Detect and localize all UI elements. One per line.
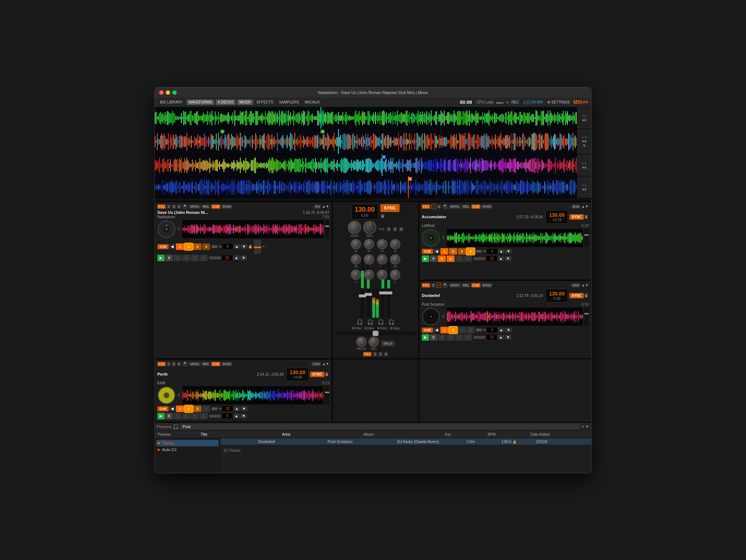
- deck1-hotcue-3[interactable]: 3: [193, 243, 201, 250]
- deck4-hotcue-8[interactable]: 8: [464, 334, 472, 341]
- mixer-bal-knob[interactable]: [363, 221, 376, 234]
- mixer-ch2-high-knob[interactable]: [364, 239, 374, 249]
- deck4-4-btn[interactable]: 4: [436, 283, 441, 288]
- deck1-flip-icon[interactable]: ↻: [219, 245, 222, 248]
- deck4-flip-icon[interactable]: ↻: [483, 328, 486, 332]
- deck3-loop-up[interactable]: ▲: [498, 249, 504, 254]
- deck1-hotcue-5[interactable]: 5: [173, 255, 181, 261]
- deck2-loop-val2[interactable]: 4: [222, 414, 232, 418]
- deck3-pass-btn[interactable]: PASS: [482, 204, 492, 209]
- mixer-ch4-low-knob[interactable]: [390, 270, 400, 280]
- mixer-main-knob[interactable]: [348, 221, 361, 234]
- deck3-sync-btn[interactable]: SYNC: [569, 214, 584, 220]
- deck1-pitch-fader[interactable]: [254, 239, 261, 254]
- deck1-hotcue-7[interactable]: 7: [191, 255, 199, 261]
- deck2-hotcue-8[interactable]: 8: [200, 413, 208, 419]
- deck3-hotcue-4[interactable]: 4: [467, 248, 475, 255]
- deck1-4-btn[interactable]: 4: [177, 204, 181, 209]
- deck2-rel-btn[interactable]: REL: [202, 362, 211, 366]
- deck2-key[interactable]: C#m: [312, 362, 321, 366]
- mixer-ch4-mid-knob[interactable]: [390, 254, 400, 265]
- deck2-hotcue-5[interactable]: 5: [173, 413, 181, 419]
- deck4-pitch-slider[interactable]: [584, 308, 589, 326]
- deck2-hotcue-7[interactable]: 7: [191, 413, 199, 419]
- mixer-ch4-high-knob[interactable]: [390, 239, 400, 249]
- deck2-play-btn[interactable]: ▶: [157, 413, 165, 419]
- deck4-loop-up[interactable]: ▲: [498, 328, 504, 332]
- deck2-hotcue-6[interactable]: 6: [182, 413, 190, 419]
- settings-btn[interactable]: ⚙ SETTINGS: [547, 100, 570, 104]
- deck4-loop2-up[interactable]: ▲: [498, 335, 504, 340]
- deck4-prev-cue[interactable]: ◀: [434, 328, 440, 332]
- deck3-mini-waveform[interactable]: [447, 229, 583, 247]
- nav-mixer[interactable]: MIXER: [237, 99, 253, 105]
- deck3-key[interactable]: B♭m: [572, 204, 581, 209]
- deck2-loop2-down[interactable]: ▼: [240, 414, 247, 418]
- deck1-loop-val[interactable]: 8: [223, 244, 233, 249]
- deck2-power-btn[interactable]: ●: [182, 361, 188, 367]
- deck2-cue-mode-btn[interactable]: CUE: [211, 362, 220, 366]
- deck1-play-btn[interactable]: ▶: [157, 255, 165, 261]
- deck3-hotcue-3[interactable]: 3: [458, 248, 466, 255]
- deck4-hotcue-7[interactable]: 7: [455, 334, 463, 341]
- mixer-headphone-icon-2[interactable]: 🎧: [367, 319, 373, 325]
- deck1-hotcue-6[interactable]: 6: [182, 255, 190, 261]
- row-preview[interactable]: [223, 439, 258, 444]
- deck1-pass-btn[interactable]: PASS: [221, 204, 232, 209]
- nav-micaux[interactable]: MIC/AUX: [303, 99, 322, 105]
- deck2-vinyl-btn[interactable]: VINYL: [189, 362, 201, 366]
- deck1-vinyl-btn[interactable]: VINYL: [189, 204, 201, 209]
- deck3-pause-btn[interactable]: ⏸: [430, 255, 437, 262]
- deck2-4-btn[interactable]: 4: [177, 362, 181, 366]
- deck3-cue-btn[interactable]: CUE: [422, 249, 433, 254]
- deck1-pause-btn[interactable]: ⏸: [165, 255, 173, 261]
- nav-waveforms[interactable]: WAVEFORMS: [186, 99, 214, 105]
- mixer-bot-2[interactable]: 2: [373, 352, 377, 356]
- deck2-loop-down[interactable]: ▼: [241, 406, 247, 411]
- nav-big-library[interactable]: BIG LIBRARY: [158, 99, 185, 105]
- mixer-mix-knob[interactable]: [369, 337, 379, 347]
- deck1-3-btn[interactable]: 3: [172, 204, 176, 209]
- mixer-fx-3-btn[interactable]: 3: [393, 227, 397, 231]
- deck2-cue-btn[interactable]: CUE: [157, 406, 169, 411]
- waveform-track-2[interactable]: 2 3 ⇐⇒ ▶▮ ⇅: [155, 129, 591, 154]
- sidebar-item-tracks[interactable]: ▶ Tracks: [156, 440, 219, 446]
- mixer-fx-4-btn[interactable]: 4: [399, 227, 403, 231]
- deck2-flip-icon[interactable]: ↻: [219, 407, 222, 411]
- wf-ctrl-icon[interactable]: ⇐⇒: [582, 114, 587, 118]
- deck1-hotcue-2[interactable]: 2: [185, 243, 193, 250]
- mixer-ch2-mid-knob[interactable]: [364, 254, 374, 265]
- deck3-hotcue-5[interactable]: 5: [438, 255, 446, 262]
- deck1-mini-waveform[interactable]: [182, 220, 323, 238]
- deck2-mini-waveform[interactable]: [182, 386, 323, 404]
- deck2-2-btn[interactable]: 2: [167, 362, 171, 366]
- mixer-fx-2-btn[interactable]: 2: [387, 227, 391, 231]
- deck1-cue-btn[interactable]: CUE: [157, 244, 169, 249]
- deck3-vinyl-btn[interactable]: VINYL: [449, 204, 461, 209]
- deck4-rel-btn[interactable]: REL: [462, 283, 471, 287]
- deck4-3-btn[interactable]: 3: [431, 283, 435, 287]
- deck3-loop2-up[interactable]: ▲: [498, 256, 504, 261]
- maximize-btn[interactable]: [172, 90, 177, 95]
- deck1-loop-val2[interactable]: 32: [222, 255, 232, 260]
- deck1-loop2-down[interactable]: ▼: [240, 255, 247, 260]
- deck3-hotcue-7[interactable]: 7: [455, 255, 463, 262]
- deck4-play-btn[interactable]: ▶: [422, 334, 429, 341]
- deck4-hotcue-5[interactable]: 5: [438, 334, 446, 341]
- onair-btn[interactable]: ((·)) ON AIR: [523, 100, 543, 104]
- mixer-bot-3[interactable]: 3: [378, 352, 382, 356]
- deck2-sync-btn[interactable]: SYNC: [310, 372, 325, 377]
- mixer-head-knob[interactable]: [356, 337, 366, 347]
- deck1-loop-down[interactable]: ▼: [241, 244, 247, 249]
- waveform-track-3[interactable]: 4 ⇐⇒ ▶▮: [155, 154, 591, 176]
- deck1-hotcue-4[interactable]: 4: [202, 243, 210, 250]
- deck3-play-btn[interactable]: ▶: [422, 255, 429, 262]
- col-title[interactable]: Title: [201, 432, 278, 436]
- deck1-cue-mode-btn[interactable]: CUE: [211, 204, 220, 209]
- mixer-ch3-mid-knob[interactable]: [377, 254, 387, 265]
- wf-ctrl-icon2[interactable]: ▶▮: [582, 118, 586, 122]
- close-btn[interactable]: [159, 90, 164, 95]
- deck3-hotcue-6[interactable]: 6: [447, 255, 455, 262]
- mixer-ch1-low-knob[interactable]: [351, 270, 361, 280]
- deck4-cue-btn[interactable]: CUE: [422, 328, 433, 333]
